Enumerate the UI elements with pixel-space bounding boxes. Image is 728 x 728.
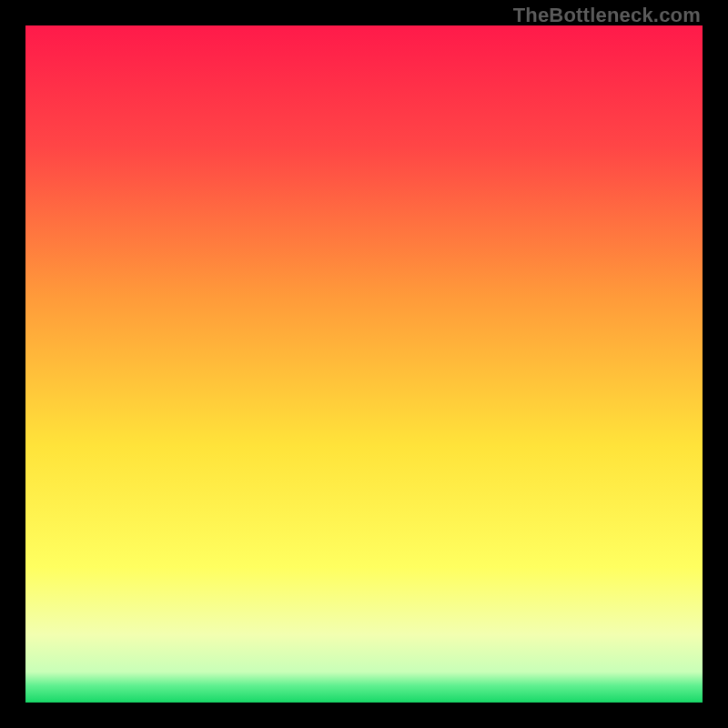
curve-layer — [25, 25, 703, 703]
plot-area — [25, 25, 703, 703]
watermark-text: TheBottleneck.com — [513, 4, 701, 27]
chart-canvas: TheBottleneck.com — [0, 0, 728, 728]
